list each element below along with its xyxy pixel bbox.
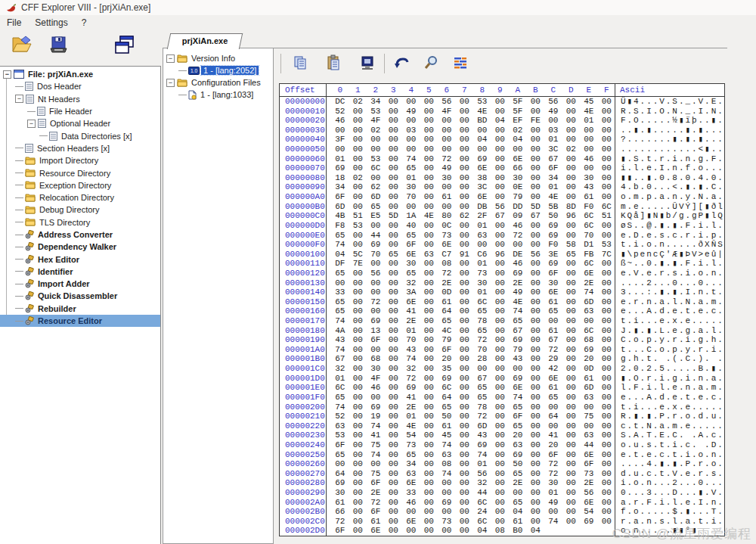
ascii-char[interactable]: . bbox=[627, 145, 634, 154]
hex-byte[interactable]: 96 bbox=[562, 211, 581, 221]
ascii-char[interactable]: . bbox=[627, 182, 634, 192]
ascii-char[interactable]: . bbox=[627, 326, 634, 336]
hex-byte[interactable]: 00 bbox=[598, 154, 616, 164]
hex-byte[interactable]: 00 bbox=[420, 107, 438, 117]
ascii-char[interactable]: r bbox=[671, 412, 678, 421]
ascii-char[interactable]: . bbox=[678, 488, 685, 498]
ascii-char[interactable]: . bbox=[627, 383, 634, 393]
hex-byte[interactable]: 69 bbox=[331, 163, 349, 173]
ascii-char[interactable]: 2 bbox=[646, 364, 652, 374]
ascii-char[interactable]: . bbox=[717, 469, 723, 479]
ascii-char[interactable]: . bbox=[627, 306, 634, 316]
ascii-char[interactable]: @ bbox=[646, 221, 652, 231]
ascii-char[interactable]: . bbox=[627, 202, 634, 212]
hex-byte[interactable]: 00 bbox=[385, 126, 403, 135]
ascii-char[interactable]: 0 bbox=[671, 278, 678, 288]
ascii-char[interactable]: i bbox=[646, 383, 652, 393]
ascii-char[interactable]: . bbox=[704, 316, 711, 326]
ascii-char[interactable]: r bbox=[658, 154, 665, 164]
hex-byte[interactable]: 00 bbox=[491, 498, 510, 508]
hex-byte[interactable]: 00 bbox=[456, 450, 474, 460]
ascii-char[interactable]: . bbox=[640, 440, 646, 450]
hex-byte[interactable]: DC bbox=[331, 97, 349, 107]
ascii-char[interactable]: n bbox=[646, 297, 652, 307]
hex-byte[interactable]: 00 bbox=[562, 335, 581, 345]
hex-byte[interactable]: 00 bbox=[491, 459, 510, 469]
ascii-char[interactable]: . bbox=[704, 354, 711, 364]
hex-byte[interactable]: 00 bbox=[385, 498, 403, 508]
hex-byte[interactable]: 00 bbox=[456, 192, 474, 202]
hex-byte[interactable]: 00 bbox=[544, 421, 562, 431]
ascii-char[interactable]: . bbox=[652, 431, 659, 440]
hex-byte[interactable]: 65 bbox=[402, 269, 420, 278]
ascii-char[interactable]: 2 bbox=[620, 364, 627, 374]
ascii-char[interactable]: . bbox=[678, 478, 685, 488]
ascii-char[interactable]: 4 bbox=[646, 459, 652, 469]
hex-byte[interactable]: 00 bbox=[456, 393, 474, 403]
ascii-char[interactable]: . bbox=[704, 163, 711, 173]
ascii-char[interactable]: < bbox=[671, 182, 678, 192]
hex-byte[interactable]: 00 bbox=[598, 431, 616, 440]
hex-byte[interactable]: 00 bbox=[349, 278, 367, 288]
ascii-char[interactable]: . bbox=[658, 507, 665, 517]
ascii-char[interactable]: . bbox=[652, 316, 659, 326]
hex-byte[interactable]: 00 bbox=[349, 526, 367, 536]
ascii-char[interactable]: . bbox=[665, 135, 672, 145]
hex-byte[interactable]: 00 bbox=[331, 278, 349, 288]
ascii-char[interactable]: p bbox=[711, 231, 717, 241]
hex-byte[interactable]: 6C bbox=[473, 297, 491, 307]
ascii-char[interactable]: . bbox=[691, 259, 698, 269]
ascii-char[interactable]: . bbox=[640, 478, 646, 488]
nav-item-identifier[interactable]: Identifier bbox=[0, 266, 160, 278]
hex-byte[interactable]: 6C bbox=[473, 498, 491, 508]
hex-byte[interactable]: 00 bbox=[420, 469, 438, 479]
ascii-char[interactable]: ▮ bbox=[698, 488, 705, 498]
ascii-char[interactable]: . bbox=[640, 192, 646, 202]
ascii-char[interactable]: e bbox=[620, 231, 627, 241]
ascii-char[interactable]: T bbox=[646, 431, 652, 440]
hex-byte[interactable]: 00 bbox=[385, 259, 403, 269]
hex-byte[interactable]: 00 bbox=[385, 393, 403, 403]
hex-byte[interactable]: 00 bbox=[562, 173, 581, 183]
hex-byte[interactable]: 65 bbox=[509, 498, 527, 508]
hex-byte[interactable]: 08 bbox=[491, 526, 510, 536]
hex-byte[interactable]: 00 bbox=[420, 163, 438, 173]
ascii-char[interactable]: . bbox=[640, 154, 646, 164]
hex-byte[interactable]: 34 bbox=[544, 173, 562, 183]
hex-byte[interactable]: 00 bbox=[598, 440, 616, 450]
hex-byte[interactable]: 00 bbox=[527, 192, 545, 202]
nav-item-import-adder[interactable]: Import Adder bbox=[0, 278, 160, 290]
hex-byte[interactable]: 00 bbox=[385, 240, 403, 250]
hex-byte[interactable]: 72 bbox=[473, 335, 491, 345]
hex-byte[interactable]: 00 bbox=[527, 335, 545, 345]
ascii-char[interactable]: . bbox=[704, 288, 711, 297]
ascii-char[interactable]: . bbox=[717, 306, 723, 316]
ascii-char[interactable]: g bbox=[698, 335, 705, 345]
hex-byte[interactable]: 00 bbox=[456, 231, 474, 241]
hex-byte[interactable]: 61 bbox=[438, 192, 456, 202]
ascii-char[interactable]: t bbox=[711, 288, 717, 297]
ascii-char[interactable]: l bbox=[711, 221, 717, 231]
ascii-char[interactable]: . bbox=[652, 450, 659, 460]
hex-byte[interactable]: 00 bbox=[527, 450, 545, 460]
hex-byte[interactable]: 6C bbox=[580, 221, 598, 231]
menu-item-settings[interactable]: Settings bbox=[28, 16, 74, 30]
ascii-char[interactable]: ð bbox=[711, 202, 717, 212]
ascii-char[interactable]: e bbox=[684, 316, 691, 326]
ascii-char[interactable]: n bbox=[671, 192, 678, 202]
ascii-char[interactable]: 2 bbox=[646, 278, 652, 288]
hex-byte[interactable]: 00 bbox=[527, 326, 545, 336]
hex-byte[interactable]: 00 bbox=[456, 459, 474, 469]
ascii-char[interactable]: . bbox=[640, 345, 646, 355]
ascii-char[interactable]: c bbox=[711, 393, 717, 403]
ascii-char[interactable]: P bbox=[698, 211, 705, 221]
ascii-char[interactable]: . bbox=[665, 478, 672, 488]
ascii-char[interactable]: . bbox=[691, 421, 698, 431]
ascii-char[interactable]: . bbox=[684, 488, 691, 498]
ascii-char[interactable]: c bbox=[658, 450, 665, 460]
ascii-char[interactable]: . bbox=[665, 403, 672, 412]
hex-byte[interactable]: 6C bbox=[473, 517, 491, 527]
ascii-char[interactable]: . bbox=[678, 107, 685, 117]
ascii-char[interactable]: . bbox=[652, 126, 659, 135]
hex-byte[interactable]: 46 bbox=[509, 221, 527, 231]
